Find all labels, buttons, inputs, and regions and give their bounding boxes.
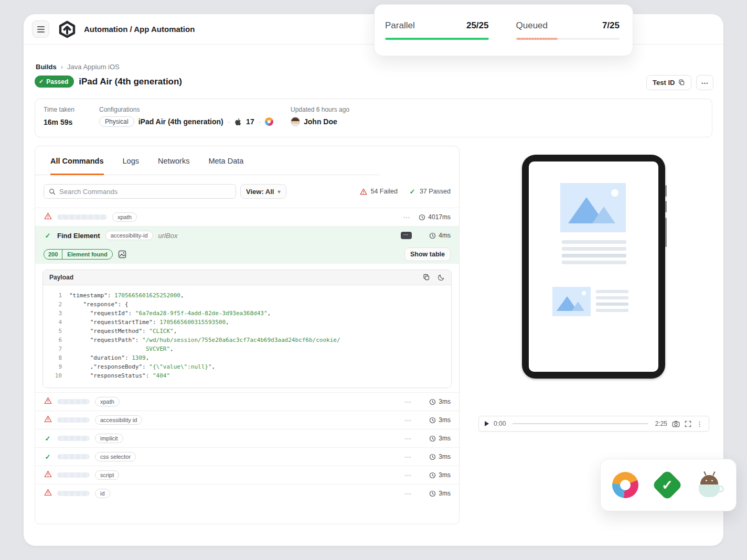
command-row[interactable]: script ⋯3ms xyxy=(35,466,459,484)
tab-networks[interactable]: Networks xyxy=(158,146,189,175)
lambdatest-logo-icon xyxy=(58,20,76,38)
total-time: 2:25 xyxy=(655,420,667,427)
warning-icon xyxy=(44,397,52,404)
duration-value: 3ms xyxy=(439,416,451,424)
breadcrumb-builds-link[interactable]: Builds xyxy=(36,63,57,71)
time-taken-label: Time taken xyxy=(44,106,74,113)
row-ellipsis-icon[interactable]: ⋯ xyxy=(404,490,412,498)
clock-icon xyxy=(429,232,436,239)
command-name: Find Element xyxy=(57,232,100,240)
check-icon: ✓ xyxy=(44,453,52,461)
image-placeholder xyxy=(560,183,626,232)
os-version: 17 xyxy=(246,117,254,126)
command-name-skeleton xyxy=(57,214,107,220)
clock-icon xyxy=(429,472,436,479)
row-ellipsis-icon[interactable]: ⋯ xyxy=(404,416,412,424)
browser-color-wheel-icon xyxy=(265,117,273,126)
command-row[interactable]: ✓ css selector ⋯3ms xyxy=(35,447,459,466)
clock-icon xyxy=(429,417,436,424)
duration-value: 3ms xyxy=(439,490,451,497)
screenshot-image-icon[interactable] xyxy=(118,250,126,259)
locator-tag: implicit xyxy=(95,434,123,443)
row-ellipsis-icon[interactable]: ⋯ xyxy=(404,435,412,443)
row-ellipsis-icon[interactable]: ⋯ xyxy=(404,398,412,406)
check-icon: ✓ xyxy=(44,435,52,443)
row-ellipsis-icon[interactable]: ⋯ xyxy=(403,213,410,221)
seek-bar[interactable] xyxy=(513,423,648,424)
duration-value: 4ms xyxy=(439,232,451,239)
clock-icon xyxy=(429,399,436,405)
copy-icon[interactable] xyxy=(423,274,430,281)
show-table-button[interactable]: Show table xyxy=(404,247,451,261)
chevron-down-icon: ▾ xyxy=(278,189,280,195)
response-status-badge: 200 Element found xyxy=(44,249,113,260)
clock-icon xyxy=(429,454,436,460)
device-screen-mockup xyxy=(522,155,665,379)
view-filter-dropdown[interactable]: View: All ▾ xyxy=(240,184,286,199)
duration-value: 3ms xyxy=(439,435,451,442)
breadcrumb: Builds › Java Appium iOS xyxy=(36,63,120,71)
response-code: 200 xyxy=(44,251,62,257)
command-result-row: 200 Element found Show table xyxy=(35,244,459,264)
command-name-skeleton xyxy=(57,454,90,459)
test-framework-check-icon: ✓ xyxy=(652,469,682,500)
failed-count: 54 Failed xyxy=(360,188,397,195)
command-row[interactable]: accessibility id ⋯3ms xyxy=(35,411,459,429)
row-ellipsis-icon[interactable]: ⋯ xyxy=(404,453,412,461)
page-title: iPad Air (4th generation) xyxy=(79,77,182,87)
command-row[interactable]: xpath ⋯3ms xyxy=(35,392,459,411)
tab-all-commands[interactable]: All Commands xyxy=(50,146,104,175)
duration-value: 3ms xyxy=(439,471,451,479)
image-placeholder xyxy=(552,287,591,316)
breadcrumb-separator: › xyxy=(61,63,63,71)
updated-label: Updated 6 hours ago xyxy=(291,106,349,113)
passed-count: ✓ 37 Passed xyxy=(408,188,451,196)
locator-tag: accessibility-id xyxy=(105,231,153,240)
search-box[interactable] xyxy=(44,184,236,199)
search-input[interactable] xyxy=(59,188,231,196)
fullscreen-button[interactable] xyxy=(685,421,691,427)
warning-icon xyxy=(360,188,367,195)
commands-panel: All Commands Logs Networks Meta Data Vie… xyxy=(35,146,460,524)
warning-icon xyxy=(44,470,52,478)
command-row[interactable]: ✓ implicit ⋯3ms xyxy=(35,429,459,447)
parallel-progress-bar xyxy=(385,38,489,40)
parallel-label: Parallel xyxy=(385,20,415,31)
device-volume-button xyxy=(665,201,667,212)
row-ellipsis-icon[interactable]: ⋯ xyxy=(404,471,412,479)
breadcrumb-current: Java Appium iOS xyxy=(67,63,120,71)
configurations-label: Configurations xyxy=(99,106,140,113)
appium-logo-icon xyxy=(612,472,638,498)
queued-label: Queued xyxy=(516,20,548,31)
payload-panel: Payload 1"timestamp": 170566560162525200… xyxy=(42,270,452,388)
more-options-button[interactable]: ⋯ xyxy=(696,75,713,90)
locator-tag: css selector xyxy=(95,452,136,461)
copy-icon xyxy=(678,79,685,86)
tab-meta-data[interactable]: Meta Data xyxy=(208,146,243,175)
screenshot-camera-button[interactable] xyxy=(672,421,680,427)
tab-bar: All Commands Logs Networks Meta Data xyxy=(35,146,459,175)
dark-mode-moon-icon[interactable] xyxy=(437,274,445,281)
locator-tag: xpath xyxy=(112,212,137,222)
duration-value: 3ms xyxy=(439,453,451,460)
hamburger-menu-button[interactable] xyxy=(32,20,49,38)
test-id-button[interactable]: Test ID xyxy=(646,75,691,90)
payload-title: Payload xyxy=(49,274,73,281)
device-name: iPad Air (4th generation) xyxy=(138,117,223,126)
user-avatar xyxy=(291,117,300,126)
concurrency-usage-card: Parallel 25/25 Queued 7/25 xyxy=(374,4,633,56)
command-row[interactable]: xpath ⋯ 4017ms xyxy=(35,208,459,226)
command-row-selected[interactable]: ✓ Find Element accessibility-id urlBox ⋯… xyxy=(35,226,459,244)
play-button[interactable] xyxy=(485,421,489,426)
search-icon xyxy=(49,188,56,195)
row-ellipsis-badge-icon[interactable]: ⋯ xyxy=(401,232,412,239)
check-icon: ✓ xyxy=(39,78,44,85)
device-screen xyxy=(529,161,658,372)
response-text: Element found xyxy=(62,251,112,257)
tab-logs[interactable]: Logs xyxy=(123,146,139,175)
player-more-menu[interactable]: ⋮ xyxy=(696,420,703,428)
clock-icon xyxy=(419,214,425,221)
command-row[interactable]: id ⋯3ms xyxy=(35,484,459,502)
check-icon: ✓ xyxy=(408,188,417,196)
clock-icon xyxy=(429,435,436,442)
